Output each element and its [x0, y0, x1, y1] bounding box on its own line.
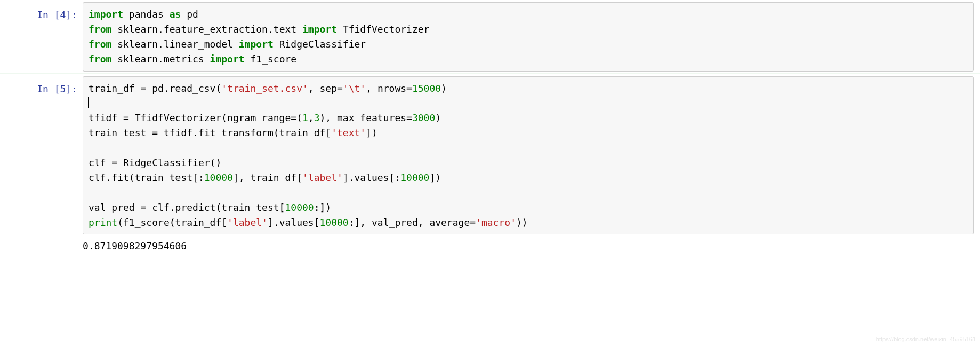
code-text: clf.fit(train_test[:: [89, 172, 204, 183]
code-text: ]): [366, 127, 377, 138]
number-literal: 15000: [412, 83, 441, 94]
code-text: clf = RidgeClassifier(): [89, 157, 221, 168]
keyword-import: import: [210, 53, 245, 65]
number-literal: 10000: [320, 217, 349, 228]
code-text: ], train_df[: [233, 172, 302, 183]
module-name: pandas: [123, 9, 170, 20]
import-name: f1_score: [245, 53, 297, 65]
code-text: train_test = tfidf.fit_transform(train_d…: [89, 127, 331, 138]
number-literal: 1: [302, 112, 308, 123]
string-literal: 'macro': [476, 217, 516, 228]
number-literal: 3000: [412, 112, 435, 123]
code-editor[interactable]: import pandas as pd from sklearn.feature…: [83, 2, 974, 72]
code-text: ), max_features=: [320, 112, 412, 123]
code-text: ]): [429, 172, 441, 183]
code-cell: In [4]: import pandas as pd from sklearn…: [0, 0, 980, 74]
module-path: sklearn.linear_model: [111, 38, 238, 50]
code-text: , sep=: [308, 83, 343, 94]
number-literal: 10000: [204, 172, 233, 183]
alias-name: pd: [181, 9, 198, 20]
builtin-print: print: [89, 217, 117, 228]
text-cursor: [88, 97, 89, 109]
keyword-from: from: [89, 53, 111, 65]
input-prompt: In [5]:: [0, 76, 83, 256]
code-text: :], val_pred, average=: [349, 217, 476, 228]
code-editor[interactable]: train_df = pd.read_csv('train_set.csv', …: [83, 76, 974, 235]
keyword-from: from: [89, 38, 111, 50]
number-literal: 10000: [400, 172, 429, 183]
input-area: import pandas as pd from sklearn.feature…: [83, 2, 980, 72]
import-name: TfidfVectorizer: [337, 23, 429, 35]
code-text: ): [435, 112, 441, 123]
prompt-label: In [4]:: [37, 9, 77, 20]
input-prompt: In [4]:: [0, 2, 83, 72]
keyword-from: from: [89, 23, 111, 35]
prompt-label: In [5]:: [37, 83, 77, 95]
code-text: train_df = pd.read_csv(: [89, 83, 221, 94]
notebook: In [4]: import pandas as pd from sklearn…: [0, 0, 980, 258]
keyword-import: import: [239, 38, 274, 50]
string-literal: '\t': [343, 83, 366, 94]
string-literal: 'label': [302, 172, 343, 183]
string-literal: 'label': [227, 217, 268, 228]
string-literal: 'text': [331, 127, 366, 138]
module-path: sklearn.feature_extraction.text: [111, 23, 302, 35]
number-literal: 10000: [285, 202, 314, 213]
number-literal: 3: [314, 112, 320, 123]
code-text: ): [441, 83, 447, 94]
code-text: )): [516, 217, 528, 228]
code-text: ,: [308, 112, 314, 123]
code-text: :]): [314, 202, 332, 213]
code-text: tfidf = TfidfVectorizer(ngram_range=(: [89, 112, 302, 123]
input-area: train_df = pd.read_csv('train_set.csv', …: [83, 76, 980, 256]
code-text: (f1_score(train_df[: [117, 217, 227, 228]
code-cell-selected: In [5]: train_df = pd.read_csv('train_se…: [0, 74, 980, 259]
keyword-as: as: [170, 9, 181, 20]
import-name: RidgeClassifier: [274, 38, 366, 50]
output-text: 0.8719098297954606: [83, 234, 974, 256]
code-text: val_pred = clf.predict(train_test[: [89, 202, 285, 213]
code-text: ].values[:: [343, 172, 400, 183]
keyword-import: import: [302, 23, 337, 35]
code-text: , nrows=: [366, 83, 412, 94]
keyword-import: import: [89, 9, 123, 20]
module-path: sklearn.metrics: [111, 53, 210, 65]
code-text: ].values[: [268, 217, 320, 228]
string-literal: 'train_set.csv': [221, 83, 308, 94]
